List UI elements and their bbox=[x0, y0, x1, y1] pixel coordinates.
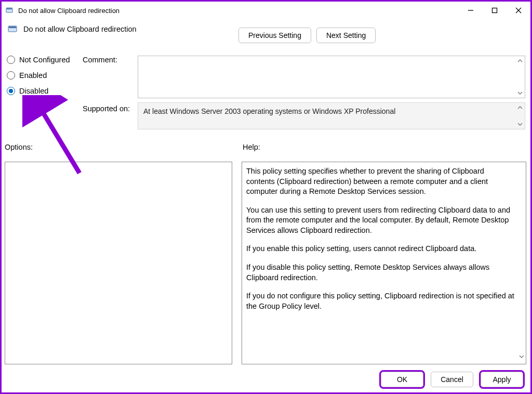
close-button[interactable] bbox=[507, 2, 530, 19]
radio-label: Not Configured bbox=[19, 56, 70, 64]
radio-not-configured[interactable]: Not Configured bbox=[7, 56, 85, 64]
radio-icon bbox=[7, 71, 15, 80]
options-label: Options: bbox=[5, 143, 33, 151]
options-panel bbox=[5, 162, 232, 364]
svg-rect-7 bbox=[9, 27, 16, 28]
radio-label: Enabled bbox=[19, 71, 47, 80]
spin-down-icon[interactable] bbox=[516, 89, 524, 97]
help-text: If you enable this policy setting, users… bbox=[246, 244, 514, 254]
comment-textarea[interactable] bbox=[138, 56, 525, 98]
radio-icon bbox=[7, 56, 15, 64]
help-text: If you disable this policy setting, Remo… bbox=[246, 262, 514, 283]
radio-label: Disabled bbox=[19, 87, 48, 95]
cancel-button[interactable]: Cancel bbox=[431, 372, 473, 387]
window-title: Do not allow Clipboard redirection bbox=[18, 7, 119, 15]
spin-up-icon[interactable] bbox=[516, 104, 524, 111]
policy-dialog-window: Do not allow Clipboard redirection Do no… bbox=[0, 0, 532, 394]
maximize-button[interactable] bbox=[483, 2, 507, 19]
help-text: If you do not configure this policy sett… bbox=[246, 291, 514, 311]
supported-on-box: At least Windows Server 2003 operating s… bbox=[138, 102, 525, 129]
ok-button[interactable]: OK bbox=[381, 372, 423, 387]
supported-on-label: Supported on: bbox=[83, 104, 130, 113]
policy-icon bbox=[7, 23, 18, 35]
radio-enabled[interactable]: Enabled bbox=[7, 71, 85, 80]
policy-icon bbox=[5, 6, 14, 15]
spin-down-icon[interactable] bbox=[516, 121, 524, 128]
spin-up-icon[interactable] bbox=[516, 57, 524, 64]
setting-state-group: Not Configured Enabled Disabled bbox=[7, 56, 85, 102]
svg-rect-1 bbox=[7, 8, 12, 9]
scroll-down-icon[interactable] bbox=[519, 352, 524, 362]
help-text: This policy setting specifies whether to… bbox=[246, 166, 514, 197]
minimize-button[interactable] bbox=[459, 2, 483, 19]
titlebar: Do not allow Clipboard redirection bbox=[2, 2, 530, 19]
previous-setting-button[interactable]: Previous Setting bbox=[238, 28, 311, 43]
svg-rect-3 bbox=[493, 8, 497, 13]
help-label: Help: bbox=[243, 143, 260, 151]
supported-on-text: At least Windows Server 2003 operating s… bbox=[143, 107, 395, 115]
help-text: You can use this setting to prevent user… bbox=[246, 205, 514, 236]
policy-name: Do not allow Clipboard redirection bbox=[23, 25, 137, 33]
radio-disabled[interactable]: Disabled bbox=[7, 87, 85, 95]
next-setting-button[interactable]: Next Setting bbox=[316, 28, 376, 43]
apply-button[interactable]: Apply bbox=[481, 372, 523, 387]
comment-label: Comment: bbox=[83, 56, 117, 64]
radio-icon bbox=[7, 87, 15, 95]
help-panel: This policy setting specifies whether to… bbox=[242, 162, 526, 364]
